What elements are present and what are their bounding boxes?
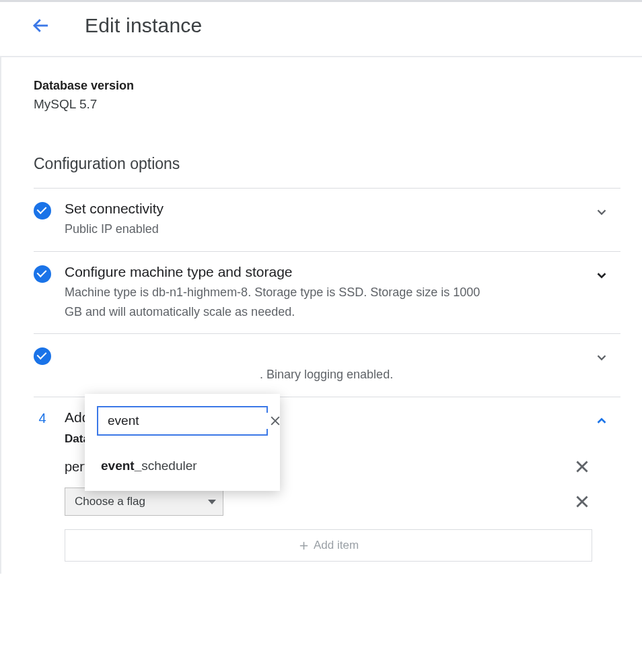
- page-title: Edit instance: [85, 14, 202, 37]
- chevron-down-icon[interactable]: [592, 264, 611, 283]
- section-machine-status: [34, 264, 65, 283]
- header-bar: Edit instance: [0, 0, 642, 57]
- remove-flag-icon[interactable]: [573, 458, 591, 475]
- configuration-options-title: Configuration options: [34, 155, 620, 173]
- section-flags-step: 4: [34, 409, 65, 426]
- autocomplete-match-rest: scheduler: [141, 459, 197, 473]
- check-icon: [34, 347, 51, 365]
- section-hidden-status: [34, 346, 65, 365]
- check-icon: [34, 265, 51, 283]
- flag-search-input[interactable]: [106, 413, 269, 429]
- section-machine-subtitle: Machine type is db-n1-highmem-8. Storage…: [65, 283, 495, 322]
- clear-input-icon[interactable]: [269, 414, 282, 428]
- section-machine-title: Configure machine type and storage: [65, 264, 592, 280]
- section-hidden-title: [65, 346, 592, 362]
- add-item-button[interactable]: Add item: [65, 529, 592, 562]
- back-arrow-icon[interactable]: [31, 15, 51, 36]
- section-connectivity-title: Set connectivity: [65, 201, 592, 217]
- check-icon: [34, 202, 51, 220]
- step-number: 4: [34, 411, 51, 426]
- flag-row-new: Choose a flag: [65, 488, 592, 516]
- db-version-value: MySQL 5.7: [34, 97, 620, 112]
- plus-icon: [298, 540, 310, 551]
- triangle-down-icon: [208, 500, 216, 504]
- flag-search-input-wrap[interactable]: [97, 406, 268, 436]
- autocomplete-option[interactable]: event_scheduler: [97, 456, 268, 476]
- chevron-down-icon[interactable]: [592, 346, 611, 365]
- section-connectivity[interactable]: Set connectivity Public IP enabled: [34, 188, 620, 251]
- section-hidden[interactable]: . Binary logging enabled.: [34, 333, 620, 397]
- flag-autocomplete-dropdown: event_scheduler: [85, 394, 280, 491]
- choose-flag-select[interactable]: Choose a flag: [65, 488, 223, 516]
- page-body: Database version MySQL 5.7 Configuration…: [0, 57, 642, 574]
- remove-flag-icon[interactable]: [573, 493, 591, 510]
- section-connectivity-status: [34, 201, 65, 220]
- section-hidden-subtitle: . Binary logging enabled.: [65, 365, 495, 384]
- choose-flag-placeholder: Choose a flag: [75, 495, 145, 508]
- section-machine-type[interactable]: Configure machine type and storage Machi…: [34, 251, 620, 334]
- db-version-label: Database version: [34, 79, 620, 93]
- chevron-down-icon[interactable]: [592, 201, 611, 220]
- section-connectivity-subtitle: Public IP enabled: [65, 220, 495, 239]
- autocomplete-match-bold: event_: [101, 459, 141, 473]
- add-item-label: Add item: [314, 539, 359, 552]
- chevron-up-icon[interactable]: [592, 409, 611, 428]
